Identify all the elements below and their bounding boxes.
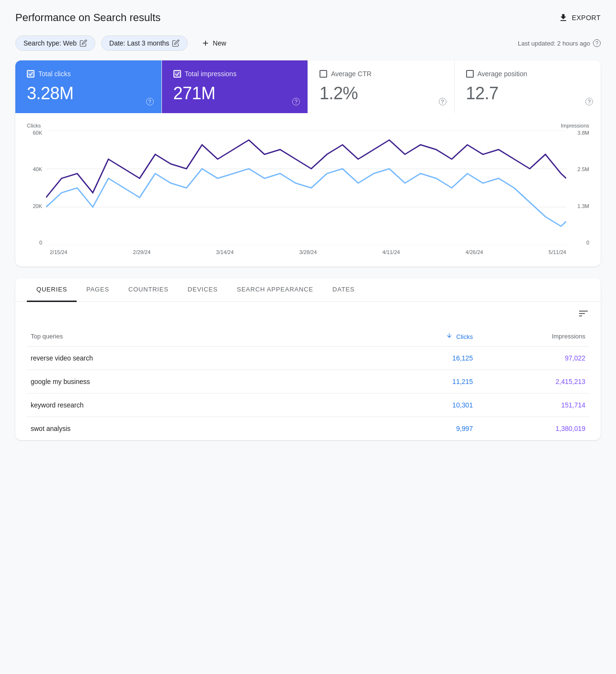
chart-svg-area <box>46 130 566 245</box>
x-axis: 2/15/24 2/29/24 3/14/24 3/28/24 4/11/24 … <box>27 249 589 255</box>
clicks-cell: 16,125 <box>364 347 477 370</box>
table-row[interactable]: keyword research 10,301 151,714 <box>27 394 589 417</box>
table-row[interactable]: swot analysis 9,997 1,380,019 <box>27 417 589 441</box>
col-header-clicks[interactable]: Clicks <box>364 326 477 347</box>
query-cell: reverse video search <box>27 347 364 370</box>
metrics-section: Total clicks 3.28M ? Total impressions 2… <box>15 60 601 267</box>
position-value: 12.7 <box>466 83 590 104</box>
impressions-label: Total impressions <box>185 70 237 78</box>
y-axis-left: 60K 40K 20K 0 <box>27 130 46 245</box>
metrics-cards: Total clicks 3.28M ? Total impressions 2… <box>15 60 601 113</box>
export-button[interactable]: EXPORT <box>559 13 601 23</box>
clicks-label: Total clicks <box>38 70 71 78</box>
ctr-value: 1.2% <box>319 83 443 104</box>
metric-card-avg-position[interactable]: Average position 12.7 ? <box>455 60 601 113</box>
export-icon <box>559 13 568 23</box>
y-right-label: Impressions <box>561 123 589 128</box>
impressions-value: 271M <box>173 83 297 104</box>
filter-lines-icon <box>578 308 589 319</box>
metric-card-total-impressions[interactable]: Total impressions 271M ? <box>162 60 308 113</box>
sort-down-icon <box>446 332 453 339</box>
clicks-cell: 10,301 <box>364 394 477 417</box>
ctr-label: Average CTR <box>331 70 372 78</box>
col-header-impressions[interactable]: Impressions <box>477 326 589 347</box>
clicks-cell: 11,215 <box>364 370 477 394</box>
table-section: Top queries Clicks Impressions <box>15 302 601 440</box>
new-button[interactable]: New <box>194 35 234 51</box>
tab-countries[interactable]: COUNTRIES <box>119 278 178 302</box>
clicks-help-icon[interactable]: ? <box>146 98 154 105</box>
table-row[interactable]: reverse video search 16,125 97,022 <box>27 347 589 370</box>
impressions-cell: 2,415,213 <box>477 370 589 394</box>
y-left-label: Clicks <box>27 123 41 128</box>
tab-pages[interactable]: PAGES <box>77 278 119 302</box>
edit-date-icon <box>172 39 180 47</box>
impressions-cell: 97,022 <box>477 347 589 370</box>
impressions-cell: 151,714 <box>477 394 589 417</box>
tab-search-appearance[interactable]: SEARCH APPEARANCE <box>227 278 323 302</box>
impressions-help-icon[interactable]: ? <box>292 98 300 105</box>
chart-container: Clicks Impressions 60K 40K 20K 0 <box>15 113 601 267</box>
date-filter[interactable]: Date: Last 3 months <box>101 35 188 51</box>
query-cell: google my business <box>27 370 364 394</box>
y-axis-right: 3.8M 2.5M 1.3M 0 <box>566 130 589 245</box>
tab-queries[interactable]: QUERIES <box>27 278 77 302</box>
last-updated-help-icon[interactable]: ? <box>593 39 601 47</box>
tab-devices[interactable]: DEVICES <box>178 278 228 302</box>
clicks-cell: 9,997 <box>364 417 477 441</box>
metric-card-total-clicks[interactable]: Total clicks 3.28M ? <box>15 60 162 113</box>
page-header: Performance on Search results EXPORT <box>15 12 601 24</box>
position-help-icon[interactable]: ? <box>585 98 593 105</box>
position-checkbox[interactable] <box>466 70 474 78</box>
search-type-filter[interactable]: Search type: Web <box>15 35 95 51</box>
ctr-checkbox[interactable] <box>319 70 327 78</box>
filter-table-button[interactable] <box>578 308 589 321</box>
page-title: Performance on Search results <box>15 12 160 24</box>
bottom-section: QUERIES PAGES COUNTRIES DEVICES SEARCH A… <box>15 278 601 440</box>
chart-svg <box>46 130 566 245</box>
query-cell: keyword research <box>27 394 364 417</box>
edit-icon <box>80 39 87 47</box>
impressions-checkbox[interactable] <box>173 70 181 78</box>
clicks-checkbox[interactable] <box>27 70 34 78</box>
impressions-cell: 1,380,019 <box>477 417 589 441</box>
tab-dates[interactable]: DATES <box>323 278 364 302</box>
plus-icon <box>201 39 210 47</box>
table-row[interactable]: google my business 11,215 2,415,213 <box>27 370 589 394</box>
clicks-value: 3.28M <box>27 83 150 104</box>
metric-card-avg-ctr[interactable]: Average CTR 1.2% ? <box>308 60 455 113</box>
position-label: Average position <box>478 70 527 78</box>
last-updated: Last updated: 2 hours ago ? <box>518 39 601 47</box>
tabs-bar: QUERIES PAGES COUNTRIES DEVICES SEARCH A… <box>15 278 601 302</box>
query-cell: swot analysis <box>27 417 364 441</box>
col-header-query: Top queries <box>27 326 364 347</box>
filter-bar: Search type: Web Date: Last 3 months New… <box>15 35 601 51</box>
queries-table: Top queries Clicks Impressions <box>27 326 589 440</box>
ctr-help-icon[interactable]: ? <box>439 98 446 105</box>
